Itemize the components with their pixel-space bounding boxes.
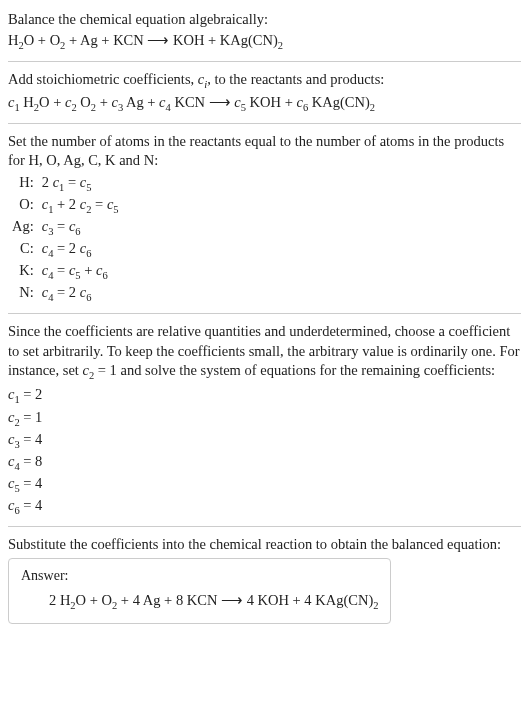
table-row: O:c1 + 2 c2 = c5 xyxy=(8,195,123,217)
section-stoichiometric: Add stoichiometric coefficients, ci, to … xyxy=(8,66,521,119)
table-row: H:2 c1 = c5 xyxy=(8,173,123,195)
stoich-text: Add stoichiometric coefficients, ci, to … xyxy=(8,70,521,92)
table-row: K:c4 = c5 + c6 xyxy=(8,261,123,283)
table-row: Ag:c3 = c6 xyxy=(8,217,123,239)
divider xyxy=(8,526,521,527)
atom-equation: c4 = 2 c6 xyxy=(38,239,123,261)
divider xyxy=(8,123,521,124)
divider xyxy=(8,61,521,62)
answer-box: Answer: 2 H2O + O2 + 4 Ag + 8 KCN ⟶ 4 KO… xyxy=(8,558,391,624)
answer-label: Answer: xyxy=(21,567,378,586)
atom-label: N: xyxy=(8,283,38,305)
section-solve: Since the coefficients are relative quan… xyxy=(8,318,521,522)
problem-equation: H2O + O2 + Ag + KCN ⟶ KOH + KAg(CN)2 xyxy=(8,30,521,53)
coeff-item: c5 = 4 xyxy=(8,474,521,496)
problem-title: Balance the chemical equation algebraica… xyxy=(8,10,521,30)
coeff-item: c3 = 4 xyxy=(8,430,521,452)
table-row: C:c4 = 2 c6 xyxy=(8,239,123,261)
section-answer: Substitute the coefficients into the che… xyxy=(8,531,521,629)
atom-label: H: xyxy=(8,173,38,195)
coeff-item: c1 = 2 xyxy=(8,385,521,407)
coeff-list: c1 = 2c2 = 1c3 = 4c4 = 8c5 = 4c6 = 4 xyxy=(8,385,521,517)
answer-intro: Substitute the coefficients into the che… xyxy=(8,535,521,555)
coeff-item: c6 = 4 xyxy=(8,496,521,518)
atom-label: Ag: xyxy=(8,217,38,239)
atom-equation: c1 + 2 c2 = c5 xyxy=(38,195,123,217)
answer-equation: 2 H2O + O2 + 4 Ag + 8 KCN ⟶ 4 KOH + 4 KA… xyxy=(21,590,378,613)
coeff-item: c4 = 8 xyxy=(8,452,521,474)
atom-equation: c4 = c5 + c6 xyxy=(38,261,123,283)
solve-intro: Since the coefficients are relative quan… xyxy=(8,322,521,383)
atom-equation: 2 c1 = c5 xyxy=(38,173,123,195)
atom-equation: c4 = 2 c6 xyxy=(38,283,123,305)
atom-label: O: xyxy=(8,195,38,217)
atom-label: K: xyxy=(8,261,38,283)
stoich-equation: c1 H2O + c2 O2 + c3 Ag + c4 KCN ⟶ c5 KOH… xyxy=(8,92,521,115)
divider xyxy=(8,313,521,314)
coeff-item: c2 = 1 xyxy=(8,408,521,430)
atom-label: C: xyxy=(8,239,38,261)
section-problem: Balance the chemical equation algebraica… xyxy=(8,6,521,57)
section-atoms: Set the number of atoms in the reactants… xyxy=(8,128,521,310)
table-row: N:c4 = 2 c6 xyxy=(8,283,123,305)
atom-equation: c3 = c6 xyxy=(38,217,123,239)
atoms-table: H:2 c1 = c5O:c1 + 2 c2 = c5Ag:c3 = c6C:c… xyxy=(8,173,123,305)
atoms-intro: Set the number of atoms in the reactants… xyxy=(8,132,521,171)
